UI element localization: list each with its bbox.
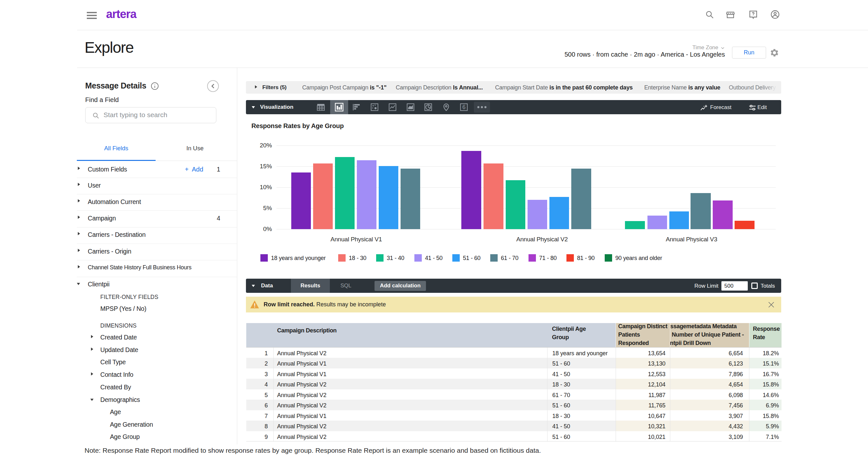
- svg-text:6: 6: [462, 104, 465, 110]
